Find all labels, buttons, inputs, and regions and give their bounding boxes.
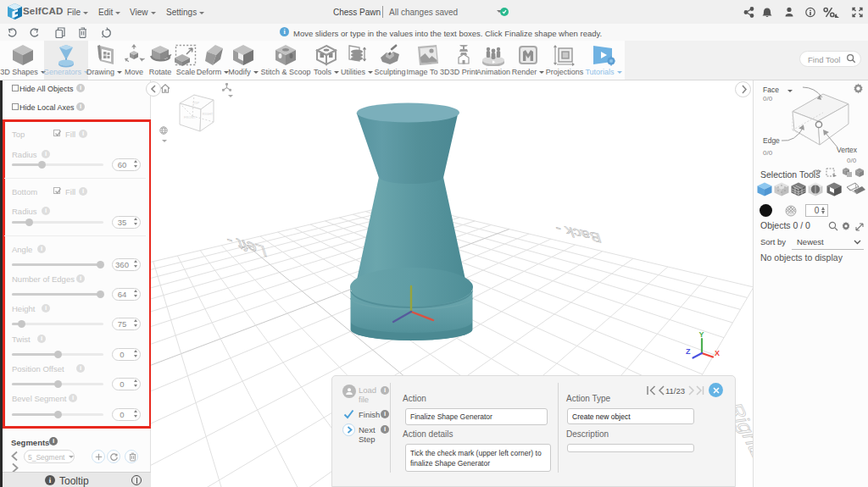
- svg-text:Y: Y: [699, 330, 704, 339]
- svg-text:FRONT: FRONT: [184, 115, 196, 119]
- svg-text:Left -: Left -: [225, 232, 269, 260]
- svg-text:Z: Z: [686, 347, 691, 356]
- svg-text:Back -: Back -: [554, 221, 603, 246]
- svg-text:TOP: TOP: [192, 101, 200, 105]
- svg-text:X: X: [715, 349, 720, 357]
- svg-text:RIGHT: RIGHT: [203, 112, 214, 116]
